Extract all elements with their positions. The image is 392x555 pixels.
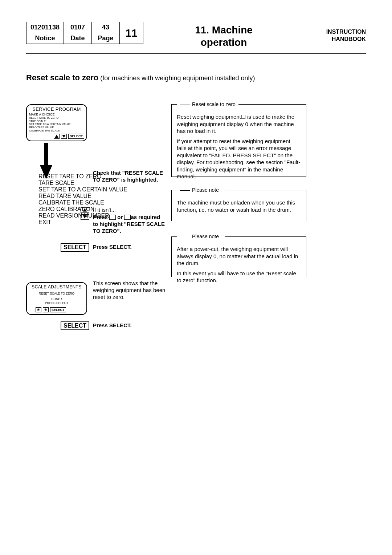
note-box-reset-scale: Reset scale to zero Reset weighing equip…	[171, 104, 306, 177]
hdr-date-label: Date	[64, 33, 92, 44]
hdr-notice-label: Notice	[26, 33, 64, 44]
device-status-line: RESET SCALE TO ZERO	[27, 292, 86, 296]
handbook-label: INSTRUCTION HANDBOOK	[304, 22, 366, 43]
star-button[interactable]: ✳	[43, 307, 49, 312]
down-arrow-button[interactable]	[61, 134, 67, 139]
note-text: If your attempt to reset the weighing eq…	[177, 138, 301, 180]
down-arrow-icon	[81, 214, 89, 220]
note-text: The machine must be unladen when you use…	[177, 199, 301, 213]
device-status-line: DONE !	[27, 297, 86, 301]
device-title: SCALE ADJUSTMENTS	[27, 284, 86, 289]
hdr-page-label: Page	[92, 33, 120, 44]
blank-button-placeholder	[124, 215, 131, 220]
note-text: Reset weighing equipment☐ is used to mak…	[177, 113, 301, 135]
note-legend: Reset scale to zero	[177, 101, 238, 108]
instruction-press-select: Press SELECT.	[93, 322, 132, 329]
doc-number: 01201138	[26, 22, 64, 33]
svg-marker-4	[83, 215, 87, 219]
svg-marker-0	[55, 135, 58, 138]
instruction-if-not: If it isn't...	[93, 207, 116, 214]
device-status-line: PRESS SELECT	[27, 301, 86, 305]
up-arrow-button[interactable]	[54, 134, 60, 139]
note-text: After a power-cut, the weighing equipmen…	[177, 246, 301, 267]
star-button[interactable]: ✳	[36, 307, 41, 312]
device-menu-item: SET TARE TO A CERTAIN VALUE	[38, 186, 127, 193]
device-screen-service-program: SERVICE PROGRAM MAKE A CHOICE : RESET TA…	[26, 104, 87, 141]
section-heading: Reset scale to zero (for machines with w…	[26, 73, 366, 82]
svg-marker-3	[83, 208, 87, 212]
note-box-please-note-1: Please note : The machine must be unlade…	[171, 190, 306, 221]
device-screen-scale-adjustments: SCALE ADJUSTMENTS RESET SCALE TO ZERO DO…	[26, 282, 87, 315]
device-menu-item: CALIBRATE THE SCALE	[38, 199, 127, 206]
select-button[interactable]: SELECT	[50, 307, 66, 312]
or-word: or	[116, 214, 124, 220]
press-word: Press	[93, 214, 109, 220]
blank-button-placeholder	[109, 215, 116, 220]
doc-date-val: 0107	[64, 22, 92, 33]
device-prompt: MAKE A CHOICE :	[29, 113, 84, 116]
content-area: SERVICE PROGRAM MAKE A CHOICE : RESET TA…	[26, 104, 366, 340]
select-button[interactable]: SELECT	[61, 243, 89, 252]
note-legend: Please note :	[177, 187, 225, 193]
header-table: 01201138 0107 43 11 Notice Date Page	[26, 22, 143, 44]
instruction-screen-shows: This screen shows that the weighing equi…	[93, 280, 166, 300]
note-legend: Please note :	[177, 233, 225, 240]
chapter-number: 11	[120, 22, 143, 44]
note-text: In this event you will have to use the "…	[177, 270, 301, 284]
device-menu-item: CALIBRATE THE SCALE	[29, 129, 84, 133]
page-header: 01201138 0107 43 11 Notice Date Page 11.…	[26, 22, 366, 54]
up-arrow-icon	[81, 207, 89, 213]
device-title: SERVICE PROGRAM	[27, 106, 86, 112]
instruction-check-highlighted: Check that "RESET SCALE TO ZERO" is high…	[93, 170, 166, 183]
select-button[interactable]: SELECT	[68, 134, 84, 139]
select-button[interactable]: SELECT	[61, 321, 89, 330]
note-box-please-note-2: Please note : After a power-cut, the wei…	[171, 236, 306, 277]
instruction-press-select: Press SELECT.	[93, 244, 132, 251]
device-menu-item: READ TARE VALUE	[38, 193, 127, 199]
svg-marker-1	[62, 135, 66, 138]
doc-page-val: 43	[92, 22, 120, 33]
chapter-title: 11. Machine operation	[143, 22, 304, 48]
